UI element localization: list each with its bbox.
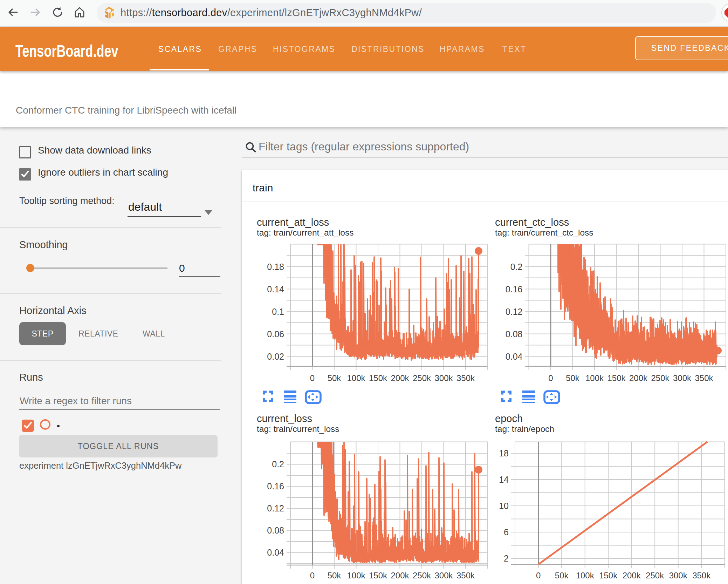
svg-text:100k: 100k [585,373,604,383]
svg-text:18: 18 [499,448,509,458]
svg-text:200k: 200k [391,373,409,383]
svg-text:200k: 200k [623,571,641,580]
svg-text:0: 0 [536,571,541,580]
svg-text:150k: 150k [369,373,387,383]
svg-text:0.2: 0.2 [272,459,284,469]
svg-text:0.04: 0.04 [267,548,284,557]
svg-text:50k: 50k [328,373,342,383]
svg-text:0.16: 0.16 [267,481,284,491]
svg-text:100k: 100k [347,373,365,383]
svg-text:0.18: 0.18 [267,262,284,272]
svg-text:150k: 150k [599,571,618,580]
svg-text:350k: 350k [692,571,711,580]
svg-text:350k: 350k [695,373,713,383]
svg-text:14: 14 [499,475,509,484]
svg-text:50k: 50k [328,571,342,580]
svg-text:0.14: 0.14 [267,284,284,294]
svg-text:150k: 150k [607,373,626,383]
svg-text:350k: 350k [456,373,475,383]
svg-text:250k: 250k [646,571,664,580]
svg-text:0.16: 0.16 [506,284,523,294]
svg-text:2: 2 [504,554,509,563]
svg-text:50k: 50k [555,571,569,580]
svg-text:10: 10 [499,501,509,511]
svg-text:0: 0 [548,373,553,383]
svg-text:250k: 250k [651,373,669,383]
svg-text:300k: 300k [434,571,453,580]
svg-text:250k: 250k [413,373,431,383]
svg-text:0.08: 0.08 [267,525,284,535]
svg-text:0.12: 0.12 [506,307,523,317]
svg-text:0.06: 0.06 [267,329,284,339]
svg-text:300k: 300k [434,373,453,383]
svg-text:300k: 300k [673,373,692,383]
svg-text:150k: 150k [369,571,387,580]
svg-text:100k: 100k [576,571,595,580]
svg-text:0: 0 [310,373,315,383]
svg-text:0.12: 0.12 [267,503,284,513]
svg-text:0.04: 0.04 [506,352,523,361]
svg-text:300k: 300k [669,571,688,580]
svg-text:6: 6 [504,527,509,537]
svg-text:0.2: 0.2 [510,262,523,272]
svg-text:250k: 250k [413,571,431,580]
svg-text:350k: 350k [456,571,475,580]
svg-text:0.08: 0.08 [506,329,523,339]
svg-text:0.1: 0.1 [272,307,284,317]
svg-text:100k: 100k [347,571,365,580]
svg-text:0: 0 [310,571,315,580]
svg-text:0.02: 0.02 [267,352,284,361]
svg-text:200k: 200k [629,373,648,383]
svg-text:50k: 50k [566,373,580,383]
svg-text:200k: 200k [391,571,409,580]
